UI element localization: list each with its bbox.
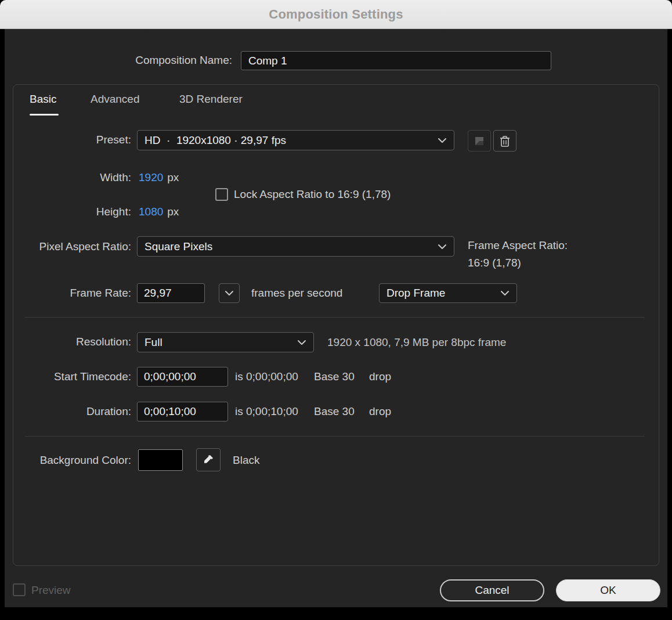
ok-button[interactable]: OK [556, 579, 660, 601]
start-timecode-equals: is 0;00;00;00 [235, 370, 298, 383]
settings-panel: Basic Advanced 3D Renderer Preset: HD · … [13, 84, 659, 566]
height-value: 1080px [139, 206, 179, 218]
chevron-down-icon [297, 340, 306, 345]
composition-name-input[interactable] [241, 51, 551, 70]
height-label: Height: [13, 206, 131, 218]
pixel-aspect-ratio-dropdown[interactable]: Square Pixels [137, 236, 454, 257]
frame-rate-label: Frame Rate: [13, 287, 131, 300]
active-tab-underline [30, 114, 59, 116]
drop-frame-value: Drop Frame [386, 287, 445, 300]
duration-base: Base 30 [314, 405, 355, 418]
resolution-label: Resolution: [13, 336, 131, 348]
tab-advanced[interactable]: Advanced [91, 93, 140, 106]
width-label: Width: [13, 171, 131, 184]
duration-input[interactable] [137, 402, 228, 421]
frame-rate-input[interactable] [137, 283, 205, 303]
background-color-name: Black [233, 454, 259, 467]
preview-checkbox[interactable] [13, 583, 26, 596]
lock-aspect-checkbox[interactable] [215, 188, 228, 201]
drop-frame-dropdown[interactable]: Drop Frame [379, 283, 517, 303]
dialog-title: Composition Settings [269, 7, 403, 22]
duration-equals: is 0;00;10;00 [235, 405, 298, 418]
height-number[interactable]: 1080 [139, 206, 163, 218]
start-timecode-drop: drop [369, 370, 391, 383]
save-preset-icon [474, 135, 485, 147]
chevron-down-icon [438, 244, 447, 250]
resolution-info: 1920 x 1080, 7,9 MB per 8bpc frame [327, 336, 506, 349]
eyedropper-button[interactable] [196, 448, 221, 471]
dialog-content: Composition Name: Basic Advanced 3D Rend… [5, 29, 667, 607]
frame-aspect-ratio: Frame Aspect Ratio: 16:9 (1,78) [468, 237, 568, 272]
width-number[interactable]: 1920 [139, 171, 163, 183]
frame-aspect-ratio-label: Frame Aspect Ratio: [468, 237, 568, 254]
section-divider [25, 317, 645, 318]
preview-label: Preview [31, 584, 71, 597]
delete-preset-button[interactable] [493, 130, 516, 152]
chevron-down-icon [438, 138, 447, 143]
cancel-button[interactable]: Cancel [440, 579, 544, 601]
eyedropper-icon [202, 453, 215, 466]
composition-name-label: Composition Name: [63, 54, 232, 67]
tab-basic[interactable]: Basic [30, 93, 56, 106]
section-divider [25, 436, 645, 437]
width-unit: px [167, 171, 179, 183]
duration-label: Duration: [13, 405, 131, 418]
tab-3d-renderer[interactable]: 3D Renderer [179, 93, 243, 106]
lock-aspect-label: Lock Aspect Ratio to 16:9 (1,78) [234, 188, 391, 201]
chevron-down-icon [225, 290, 234, 296]
resolution-value: Full [144, 336, 162, 349]
start-timecode-label: Start Timecode: [13, 370, 131, 383]
dialog-titlebar[interactable]: Composition Settings [0, 0, 672, 29]
start-timecode-input[interactable] [137, 367, 228, 387]
resolution-dropdown[interactable]: Full [137, 332, 314, 352]
background-color-swatch[interactable] [138, 449, 183, 471]
save-preset-button[interactable] [468, 130, 491, 152]
preset-label: Preset: [13, 134, 131, 146]
duration-drop: drop [369, 405, 391, 418]
background-color-label: Background Color: [13, 454, 131, 467]
start-timecode-base: Base 30 [314, 370, 355, 383]
chevron-down-icon [500, 290, 510, 296]
composition-settings-dialog: Composition Settings Composition Name: B… [0, 0, 672, 620]
frame-rate-dropdown-button[interactable] [219, 283, 240, 303]
width-value: 1920px [139, 171, 179, 184]
frame-rate-suffix: frames per second [251, 287, 342, 300]
height-unit: px [167, 206, 179, 218]
trash-icon [499, 135, 511, 147]
preset-dropdown[interactable]: HD · 1920x1080 · 29,97 fps [137, 130, 454, 150]
pixel-aspect-ratio-label: Pixel Aspect Ratio: [13, 240, 131, 253]
frame-aspect-ratio-value: 16:9 (1,78) [468, 254, 568, 272]
pixel-aspect-ratio-value: Square Pixels [144, 240, 212, 253]
preset-value: HD · 1920x1080 · 29,97 fps [144, 134, 286, 147]
